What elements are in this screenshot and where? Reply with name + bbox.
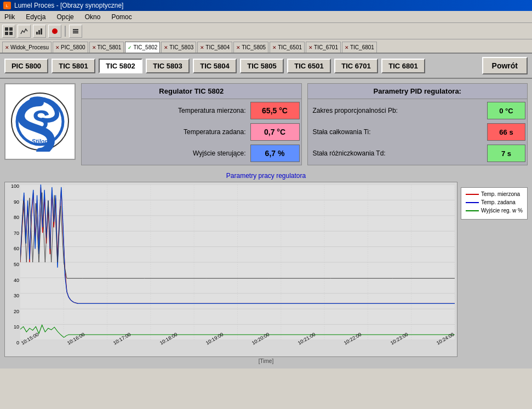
svg-rect-8 <box>73 29 78 30</box>
legend-item: Temp. zadana <box>466 199 523 205</box>
chart-legend: Temp. mierzonaTemp. zadanaWyjście reg. w… <box>461 187 528 220</box>
nav-btn-tic6501[interactable]: TIC 6501 <box>287 59 331 73</box>
y-label: 60 <box>14 246 19 251</box>
chart-wrapper: 1009080706050403020100 <box>4 182 528 357</box>
reg-value-1: 0,7 °C <box>250 123 300 141</box>
pid-value-0: 0 °C <box>487 102 525 119</box>
pid-row-1: Stała całkowania Ti:66 s <box>310 122 526 142</box>
toolbar-circle-btn[interactable] <box>48 25 61 38</box>
legend-label: Wyjście reg. w % <box>481 208 523 214</box>
pid-row-0: Zakres proporcjonalności Pb:0 °C <box>310 101 526 120</box>
main-content: S Stilon Regulator TIC 5802 Temperatura … <box>0 79 532 170</box>
tab-label-tic5802: TIC_5802 <box>133 44 157 50</box>
nav-btn-tic5805[interactable]: TIC 5805 <box>240 59 284 73</box>
legend-label: Temp. mierzona <box>481 191 520 197</box>
nav-btn-tic6701[interactable]: TIC 6701 <box>334 59 378 73</box>
nav-btn-tic5804[interactable]: TIC 5804 <box>193 59 237 73</box>
tab-tic6701[interactable]: ✕TIC_6701 <box>306 42 341 53</box>
tab-label-tic6701: TIC_6701 <box>314 44 338 50</box>
tab-close-tic6701[interactable]: ✕ <box>308 45 313 50</box>
tab-close-widok[interactable]: ✕ <box>5 45 9 50</box>
nav-btn-tic6801[interactable]: TIC 6801 <box>381 59 425 73</box>
nav-btn-row: PIC 5800TIC 5801TIC 5802TIC 5803TIC 5804… <box>0 54 532 79</box>
stilon-logo: S Stilon <box>10 91 70 152</box>
nav-btn-tic5801[interactable]: TIC 5801 <box>52 59 95 73</box>
reg-label-1: Temperatura zadana: <box>83 128 250 136</box>
x-axis-label: [Time] <box>4 358 528 364</box>
chart-icon <box>20 27 28 35</box>
chart-area: Parametry pracy regulatora 1009080706050… <box>0 170 532 368</box>
svg-rect-9 <box>73 31 78 32</box>
svg-rect-1 <box>9 27 13 31</box>
y-label: 50 <box>14 262 19 267</box>
window-title: Lumel Proces - [Obrazy synoptyczne] <box>14 2 123 9</box>
nav-btn-pic5800[interactable]: PIC 5800 <box>4 59 48 73</box>
pid-panel: Parametry PID regulatora: Zakres proporc… <box>307 83 528 165</box>
y-label: 80 <box>14 215 19 220</box>
tab-tic5803[interactable]: ✕TIC_5803 <box>161 42 196 53</box>
toolbar <box>0 23 532 39</box>
menu-opcje[interactable]: Opcje <box>54 13 76 21</box>
svg-rect-2 <box>5 32 8 35</box>
menu-pomoc[interactable]: Pomoc <box>109 13 134 21</box>
tab-close-tic5801[interactable]: ✕ <box>92 45 96 50</box>
tab-close-tic5805[interactable]: ✕ <box>236 45 241 50</box>
reg-label-0: Temperatura mierzona: <box>83 107 250 114</box>
tab-close-tic5802[interactable]: ✓ <box>128 45 132 50</box>
pid-label-1: Stała całkowania Ti: <box>310 128 488 136</box>
reg-label-2: Wyjście sterujące: <box>83 149 250 157</box>
nav-btn-tic5803[interactable]: TIC 5803 <box>146 59 190 73</box>
toolbar-bar-btn[interactable] <box>33 25 46 38</box>
tab-tic6801[interactable]: ✕TIC_6801 <box>342 42 377 53</box>
pid-value-2: 7 s <box>487 145 525 162</box>
circle-icon <box>51 27 59 35</box>
menu-okno[interactable]: Okno <box>83 13 103 21</box>
toolbar-bar2-btn[interactable] <box>69 25 82 38</box>
tab-tic5804[interactable]: ✕TIC_5804 <box>197 42 232 53</box>
tab-widok[interactable]: ✕Widok_Procesu <box>2 42 52 53</box>
regulator-row-0: Temperatura mierzona:65,5 °C <box>83 101 300 120</box>
regulator-row-2: Wyjście sterujące:6,7 % <box>83 143 300 163</box>
legend-item: Temp. mierzona <box>466 191 523 197</box>
svg-text:Stilon: Stilon <box>32 138 49 145</box>
tab-label-widok: Widok_Procesu <box>10 44 49 50</box>
tab-pic5800[interactable]: ✕PIC_5800 <box>53 42 88 53</box>
tab-close-pic5800[interactable]: ✕ <box>55 45 60 50</box>
y-label: 90 <box>14 199 19 205</box>
tab-close-tic5804[interactable]: ✕ <box>200 45 204 50</box>
menu-plik[interactable]: Plik <box>2 13 17 21</box>
x-axis: 10:15:0010:16:0010:17:0010:18:0010:19:00… <box>20 340 455 356</box>
title-bar: L Lumel Proces - [Obrazy synoptyczne] <box>0 0 532 11</box>
nav-btn-tic5802[interactable]: TIC 5802 <box>99 59 142 73</box>
y-label: 20 <box>14 309 19 314</box>
legend-line <box>466 194 479 195</box>
tab-label-pic5800: PIC_5800 <box>61 44 85 50</box>
tab-tic5801[interactable]: ✕TIC_5801 <box>89 42 124 53</box>
pid-row-2: Stała różniczkowania Td:7 s <box>310 143 526 163</box>
svg-point-7 <box>52 28 58 34</box>
chart-title: Parametry pracy regulatora <box>4 172 528 180</box>
toolbar-chart-btn[interactable] <box>18 25 31 38</box>
back-button[interactable]: Powrót <box>482 57 528 74</box>
pid-title: Parametry PID regulatora: <box>308 84 528 99</box>
regulator-panel: Regulator TIC 5802 Temperatura mierzona:… <box>81 83 302 165</box>
tab-tic6501[interactable]: ✕TIC_6501 <box>270 42 305 53</box>
tab-close-tic5803[interactable]: ✕ <box>164 45 168 50</box>
legend-line <box>466 202 479 203</box>
tab-label-tic5804: TIC_5804 <box>205 44 230 50</box>
y-label: 30 <box>14 293 19 298</box>
tab-tic5802[interactable]: ✓TIC_5802 <box>125 42 160 53</box>
tab-close-tic6801[interactable]: ✕ <box>345 45 349 50</box>
tab-label-tic5803: TIC_5803 <box>169 44 193 50</box>
menu-edycja[interactable]: Edycja <box>24 13 48 21</box>
y-label: 0 <box>16 340 19 345</box>
tab-tic5805[interactable]: ✕TIC_5805 <box>233 42 268 53</box>
regulator-row-1: Temperatura zadana:0,7 °C <box>83 122 300 142</box>
tab-label-tic6501: TIC_6501 <box>278 44 302 50</box>
tab-close-tic6501[interactable]: ✕ <box>272 45 277 50</box>
tab-label-tic5801: TIC_5801 <box>98 44 122 50</box>
pid-label-2: Stała różniczkowania Td: <box>310 149 488 157</box>
tab-bar: ✕Widok_Procesu✕PIC_5800✕TIC_5801✓TIC_580… <box>0 39 532 54</box>
app-icon: L <box>3 2 11 9</box>
toolbar-grid-btn[interactable] <box>2 25 15 38</box>
